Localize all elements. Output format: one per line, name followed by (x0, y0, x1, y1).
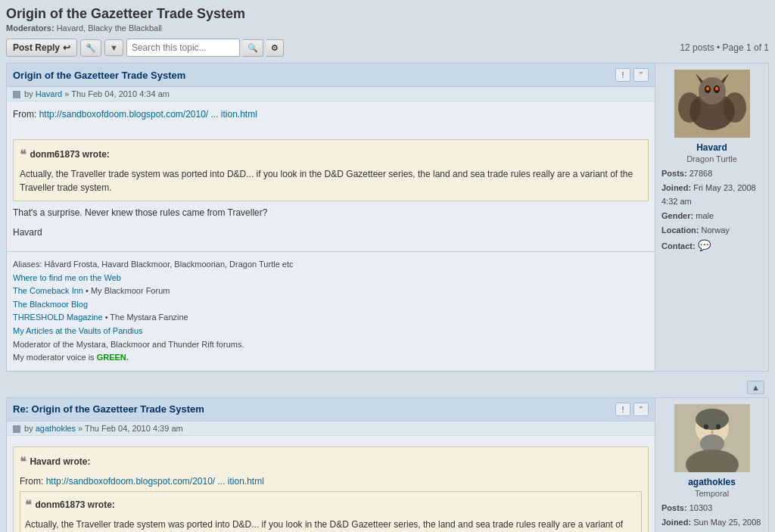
search-icon: 🔍 (247, 43, 258, 52)
sig-link-1[interactable]: Where to find me on the Web (13, 273, 121, 282)
svg-point-7 (706, 87, 709, 91)
search-input[interactable] (126, 39, 240, 57)
post-1: Origin of the Gazetteer Trade System ! "… (6, 63, 769, 372)
post-1-signature: Aliases: Håvard Frosta, Havard Blackmoor… (7, 251, 655, 371)
svg-point-14 (696, 409, 729, 430)
settings-icon: ⚙ (271, 43, 279, 52)
post-2-quote-icon[interactable]: " (633, 403, 649, 416)
post-2-user-rank: Temporal (695, 489, 729, 498)
post-2-inner-quote-text: Actually, the Traveller trade system was… (25, 518, 636, 532)
post-2-outer-quote-header: Havard wrote: (20, 453, 642, 471)
tools-button[interactable]: 🔧 (80, 39, 101, 57)
post-1-quote: donm61873 wrote: Actually, the Traveller… (13, 139, 649, 201)
toolbar: Post Reply ↩ 🔧 ▼ 🔍 ⚙ 12 posts • Page 1 o… (6, 39, 769, 57)
post-1-avatar (674, 70, 750, 138)
post-1-header: Origin of the Gazetteer Trade System ! " (7, 64, 655, 87)
post-2-inner-quote: donm61873 wrote: Actually, the Traveller… (20, 491, 642, 532)
post-2-title[interactable]: Re: Origin of the Gazetteer Trade System (13, 403, 204, 415)
post-1-quote-header: donm61873 wrote: (20, 146, 642, 164)
post-2-date: Thu Feb 04, 2010 4:39 am (85, 424, 183, 433)
post-2-from-url[interactable]: http://sandboxofdoom.blogspot.com/2010/ … (46, 476, 264, 487)
post-2-header: Re: Origin of the Gazetteer Trade System… (7, 398, 655, 422)
page-title: Origin of the Gazetteer Trade System (6, 6, 769, 22)
moderators-line: Moderators: Havard, Blacky the Blackball (6, 23, 769, 33)
post-2-author-link[interactable]: agathokles (36, 424, 76, 433)
post-1-quote-text: Actually, the Traveller trade system was… (20, 167, 642, 194)
post-1-author-link[interactable]: Havard (36, 89, 62, 98)
svg-point-8 (715, 87, 718, 91)
post-1-title[interactable]: Origin of the Gazetteer Trade System (13, 70, 185, 81)
tools-dropdown-button[interactable]: ▼ (104, 39, 123, 56)
reply-arrow-icon: ↩ (63, 42, 70, 53)
pagination-info: 12 posts • Page 1 of 1 (680, 42, 769, 53)
sig-link-4[interactable]: THRESHOLD Magazine (13, 313, 103, 322)
post-1-body-line-1: That's a surprise. Never knew those rule… (13, 206, 649, 219)
svg-point-15 (704, 424, 708, 429)
search-advanced-button[interactable]: ⚙ (266, 39, 284, 57)
post-1-sidebar: Havard Dragon Turtle Posts: 27868 Joined… (655, 63, 769, 372)
post-reply-button[interactable]: Post Reply ↩ (6, 39, 77, 57)
post-2-avatar (674, 404, 750, 472)
wrench-icon: 🔧 (86, 43, 96, 53)
post-1-user-info: Posts: 27868 Joined: Fri May 23, 2008 4:… (661, 166, 762, 255)
post-1-quote-icon[interactable]: " (633, 68, 649, 82)
sig-green-text: GREEN. (97, 353, 129, 362)
post-icon (13, 91, 20, 98)
post-1-username[interactable]: Havard (696, 142, 727, 153)
svg-point-17 (711, 430, 714, 434)
scroll-top-1: ▲ (6, 378, 769, 397)
post-2: Re: Origin of the Gazetteer Trade System… (6, 397, 769, 532)
post-1-date: Thu Feb 04, 2010 4:34 am (71, 89, 170, 98)
scroll-top-button-1[interactable]: ▲ (747, 381, 764, 394)
post-2-sidebar: agathokles Temporal Posts: 10303 Joined:… (655, 397, 769, 532)
sig-link-2[interactable]: The Comeback Inn (13, 286, 83, 295)
post-2-user-info: Posts: 10303 Joined: Sun May 25, 2008 3:… (661, 501, 762, 532)
svg-point-10 (724, 92, 746, 123)
svg-point-9 (678, 92, 701, 123)
post-2-outer-quote: Havard wrote: From: http://sandboxofdoom… (13, 446, 649, 532)
post-2-username[interactable]: agathokles (688, 477, 736, 487)
sig-link-3[interactable]: The Blackmoor Blog (13, 300, 88, 309)
post-2-body: Havard wrote: From: http://sandboxofdoom… (7, 436, 655, 532)
post-1-report-icon[interactable]: ! (615, 68, 630, 82)
post-2-report-icon[interactable]: ! (615, 403, 630, 416)
post-1-body: From: http://sandboxofdoom.blogspot.com/… (7, 101, 655, 251)
post-1-meta: by Havard » Thu Feb 04, 2010 4:34 am (7, 87, 655, 101)
svg-point-16 (716, 424, 721, 429)
post-2-meta: by agathokles » Thu Feb 04, 2010 4:39 am (7, 422, 655, 436)
post-1-from-url[interactable]: http://sandboxofdoom.blogspot.com/2010/ … (39, 109, 257, 120)
post-2-icon (13, 425, 20, 433)
post-1-user-rank: Dragon Turtle (686, 154, 737, 163)
chevron-down-icon: ▼ (110, 43, 118, 52)
search-button[interactable]: 🔍 (243, 39, 263, 57)
post-1-body-line-2: Havard (13, 226, 649, 239)
post-2-inner-quote-header: donm61873 wrote: (25, 496, 636, 515)
sig-link-5[interactable]: My Articles at the Vaults of Pandius (13, 326, 143, 335)
post-1-contact-icon[interactable]: 💬 (698, 239, 711, 251)
